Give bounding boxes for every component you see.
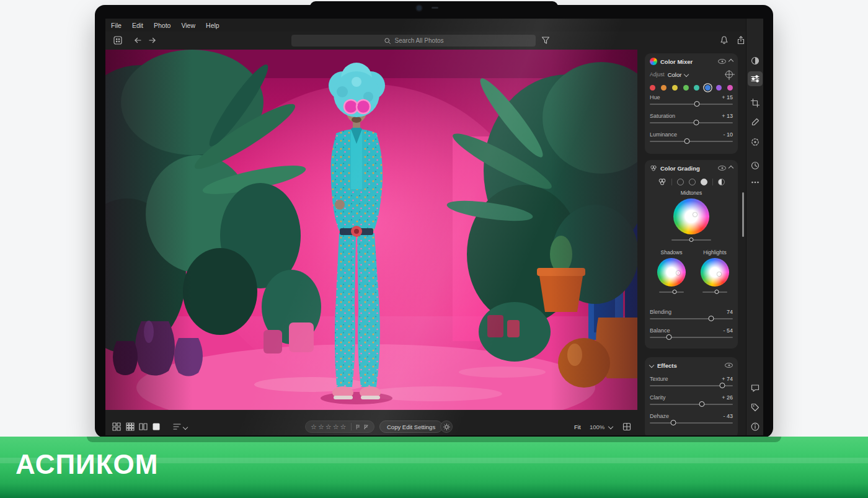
star-rating-icon[interactable]: ☆ (318, 423, 324, 431)
reject-flag-icon[interactable] (363, 423, 369, 431)
bottom-toolbar: ☆☆☆☆☆ Copy Edit Settings Fit 100% (105, 419, 637, 435)
healing-icon[interactable] (750, 137, 760, 147)
slider-thumb[interactable] (684, 138, 690, 144)
adjust-chevron-icon[interactable] (684, 72, 689, 77)
zoom-chevron-icon[interactable] (608, 424, 613, 429)
wheel-thumb[interactable] (676, 271, 680, 275)
blending-slider[interactable] (650, 318, 733, 319)
detail-view-icon[interactable] (151, 422, 161, 432)
clarity-slider[interactable] (650, 404, 733, 405)
shadows-luminance-slider[interactable] (659, 291, 684, 293)
global-wheel-button[interactable] (718, 179, 725, 185)
collapse-chevron-icon[interactable] (728, 166, 733, 171)
menu-file[interactable]: File (111, 22, 122, 29)
dehaze-slider[interactable] (650, 422, 733, 424)
more-options-icon[interactable] (750, 177, 760, 187)
star-rating-icon[interactable]: ☆ (326, 423, 332, 431)
grid-view-icon[interactable] (112, 422, 122, 432)
shadows-label: Shadows (652, 249, 691, 256)
grid-view-logo-icon[interactable] (113, 35, 123, 45)
color-dot[interactable] (727, 85, 733, 91)
menu-photo[interactable]: Photo (154, 22, 170, 29)
highlights-luminance-slider[interactable] (702, 291, 727, 293)
midtones-luminance-slider[interactable] (671, 239, 711, 241)
visibility-eye-icon[interactable] (725, 363, 733, 368)
panel-scrollbar[interactable] (742, 192, 744, 237)
info-icon[interactable] (750, 422, 760, 432)
adjust-dropdown[interactable]: Color (668, 71, 682, 78)
color-dot[interactable] (672, 85, 678, 91)
settings-gear-button[interactable] (440, 420, 453, 433)
slider-thumb[interactable] (694, 120, 699, 125)
compare-view-icon[interactable] (138, 422, 148, 432)
fit-button[interactable]: Fit (574, 424, 581, 430)
slider-thumb[interactable] (672, 290, 676, 294)
slider-thumb[interactable] (666, 334, 671, 340)
visibility-eye-icon[interactable] (718, 59, 726, 64)
edit-light-icon[interactable] (750, 56, 760, 66)
square-grid-view-icon[interactable] (125, 422, 135, 432)
photo-canvas[interactable] (105, 50, 637, 410)
balance-slider[interactable] (650, 337, 733, 338)
targeted-adjust-icon[interactable] (725, 71, 733, 78)
versions-history-icon[interactable] (750, 161, 760, 171)
grid-overlay-icon[interactable] (622, 422, 632, 432)
highlights-wheel-button[interactable] (701, 179, 707, 185)
edit-sliders-icon[interactable] (750, 74, 760, 84)
search-input[interactable]: Search All Photos (291, 35, 536, 47)
zoom-level-value[interactable]: 100% (590, 424, 604, 430)
color-dot[interactable] (683, 85, 689, 91)
texture-slider-row: Texture + 74 (650, 376, 733, 392)
star-rating-icon[interactable]: ☆ (333, 423, 339, 431)
shadows-color-wheel[interactable] (657, 258, 686, 287)
slider-thumb[interactable] (715, 290, 719, 294)
back-arrow-icon[interactable] (133, 35, 143, 45)
comments-icon[interactable] (750, 383, 760, 393)
visibility-eye-icon[interactable] (718, 166, 726, 171)
color-dot[interactable] (694, 85, 699, 91)
slider-thumb[interactable] (709, 316, 714, 321)
rating-flag-group: ☆☆☆☆☆ (305, 420, 374, 433)
slider-thumb[interactable] (719, 383, 725, 388)
collapse-chevron-icon[interactable] (728, 59, 733, 64)
menu-edit[interactable]: Edit (132, 22, 143, 29)
pick-flag-icon[interactable] (355, 423, 361, 431)
slider-thumb[interactable] (699, 401, 705, 407)
sort-chevron-icon[interactable] (183, 425, 188, 430)
menu-help[interactable]: Help (206, 22, 219, 29)
midtones-color-wheel[interactable] (673, 198, 709, 234)
share-icon[interactable] (736, 35, 746, 45)
slider-thumb[interactable] (689, 238, 694, 242)
color-mixer-section: Color Mixer Adjust Color Hue + 15 (645, 53, 738, 154)
expand-chevron-icon[interactable] (649, 363, 654, 368)
webcam-led (432, 7, 438, 9)
star-rating-icon[interactable]: ☆ (340, 423, 347, 431)
hue-slider[interactable] (650, 104, 733, 105)
crop-icon[interactable] (750, 98, 760, 108)
filter-icon[interactable] (541, 35, 551, 45)
saturation-slider[interactable] (650, 122, 733, 123)
menu-view[interactable]: View (181, 22, 195, 29)
highlights-color-wheel[interactable] (701, 258, 729, 287)
three-way-wheel-icon[interactable] (658, 177, 666, 186)
texture-slider[interactable] (650, 385, 733, 386)
luminance-slider[interactable] (650, 141, 733, 142)
forward-arrow-icon[interactable] (148, 35, 157, 45)
midtones-wheel-button[interactable] (689, 179, 696, 185)
color-dot[interactable] (705, 85, 711, 91)
color-dot[interactable] (661, 85, 666, 91)
slider-thumb[interactable] (670, 420, 676, 425)
color-dot[interactable] (716, 85, 722, 91)
masking-brush-icon[interactable] (750, 117, 760, 127)
color-dot[interactable] (650, 85, 655, 91)
slider-thumb[interactable] (694, 101, 700, 107)
keyword-tag-icon[interactable] (750, 402, 760, 412)
sort-icon[interactable] (172, 422, 182, 432)
copy-edit-settings-button[interactable]: Copy Edit Settings (379, 420, 443, 433)
wheel-thumb[interactable] (717, 272, 721, 276)
camera-notch (310, 1, 558, 14)
wheel-thumb[interactable] (693, 213, 697, 216)
shadows-wheel-button[interactable] (677, 179, 684, 185)
notifications-bell-icon[interactable] (719, 35, 729, 45)
star-rating-icon[interactable]: ☆ (311, 423, 317, 431)
